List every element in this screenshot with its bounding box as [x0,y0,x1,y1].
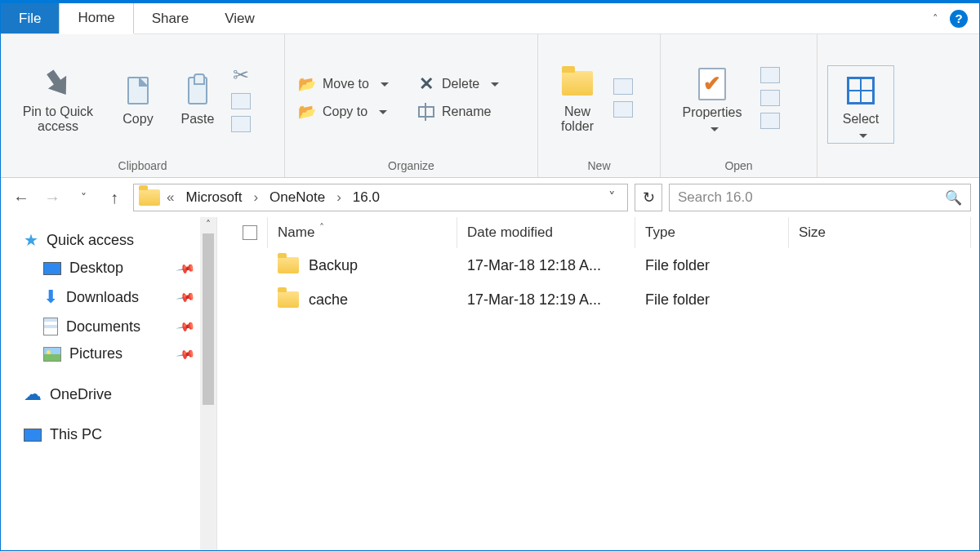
select-all-checkbox[interactable] [232,217,268,248]
move-to-icon: 📂 [298,75,316,93]
refresh-button[interactable]: ↻ [635,184,662,211]
column-type[interactable]: Type [635,217,789,248]
edit-icon[interactable] [760,90,780,106]
sort-indicator-icon: ˄ [319,222,324,233]
cut-icon[interactable]: ✂ [233,64,249,87]
paste-button[interactable]: Paste [169,69,226,127]
easy-access-icon[interactable] [613,101,633,118]
monitor-icon [24,429,42,442]
search-input[interactable]: Search 16.0 🔍 [669,184,971,211]
scroll-thumb[interactable] [203,233,214,405]
search-placeholder: Search 16.0 [678,189,753,206]
chevron-right-icon[interactable]: › [333,189,345,206]
new-folder-button[interactable]: New folder [546,62,608,134]
sidebar-label: OneDrive [50,386,112,403]
group-select-title [817,169,907,177]
address-dropdown-icon[interactable]: ˅ [602,189,622,207]
sidebar-this-pc[interactable]: This PC [24,421,216,448]
file-date: 17-Mar-18 12:19 A... [457,291,635,309]
sidebar-documents[interactable]: Documents📌 [24,313,216,340]
column-date[interactable]: Date modified [457,217,635,248]
sidebar-label: This PC [50,426,102,443]
tab-file[interactable]: File [1,3,59,33]
pin-icon: 📌 [176,316,197,337]
history-icon[interactable] [760,113,780,129]
breadcrumb-seg-2[interactable]: OneNote [265,189,330,206]
file-date: 17-Mar-18 12:18 A... [457,257,635,274]
copy-icon [127,77,149,104]
breadcrumb-seg-3[interactable]: 16.0 [348,189,385,206]
tab-home[interactable]: Home [59,3,133,34]
new-folder-icon [562,71,593,96]
forward-button[interactable]: → [40,185,65,210]
paste-icon [188,77,207,104]
copy-to-button[interactable]: 📂Copy to [293,101,408,122]
folder-icon [278,291,299,308]
column-name[interactable]: Name˄ [268,217,457,248]
copy-path-icon[interactable] [231,93,251,109]
sidebar-pictures[interactable]: Pictures📌 [24,340,216,367]
paste-label: Paste [181,112,215,127]
navigation-pane: ★Quick access Desktop📌 ⬇Downloads📌 Docum… [1,217,216,551]
pin-icon: 📌 [176,287,197,308]
group-organize-title: Organize [285,156,537,177]
sidebar-label: Pictures [69,345,122,362]
address-folder-icon [139,189,160,206]
address-bar[interactable]: « Microsoft › OneNote › 16.0 ˅ [133,184,628,211]
search-icon: 🔍 [945,189,962,207]
file-list: Name˄ Date modified Type Size Backup 17-… [216,217,979,551]
properties-button[interactable]: ✔ Properties [669,63,755,133]
downloads-icon: ⬇ [43,287,58,308]
rename-button[interactable]: Rename [412,101,527,122]
move-to-button[interactable]: 📂Move to [293,73,408,95]
sidebar-downloads[interactable]: ⬇Downloads📌 [24,282,216,313]
select-button[interactable]: Select [830,69,892,140]
pin-icon: 📌 [176,344,197,365]
tab-view[interactable]: View [207,3,273,33]
sidebar-quick-access[interactable]: ★Quick access [24,225,216,255]
table-row[interactable]: Backup 17-Mar-18 12:18 A... File folder [232,248,971,282]
table-row[interactable]: cache 17-Mar-18 12:19 A... File folder [232,282,971,317]
select-label: Select [843,112,879,127]
pin-quick-access-button[interactable]: Pin to Quick access [9,62,107,134]
properties-icon: ✔ [698,68,726,100]
new-item-icon[interactable] [613,78,633,95]
breadcrumb-seg-1[interactable]: Microsoft [180,189,247,206]
column-headers: Name˄ Date modified Type Size [232,217,971,248]
group-open-title: Open [661,156,817,177]
copy-label: Copy [122,112,153,127]
copy-button[interactable]: Copy [112,69,164,127]
copy-to-icon: 📂 [298,103,316,121]
tab-share[interactable]: Share [134,3,207,33]
up-button[interactable]: ↑ [102,185,127,210]
group-new-title: New [538,156,660,177]
group-clipboard-title: Clipboard [1,156,284,177]
delete-icon: ✕ [417,75,435,93]
ribbon-tabs: File Home Share View ˄ ? [1,3,979,34]
back-button[interactable]: ← [9,185,33,210]
column-size[interactable]: Size [789,217,971,248]
sidebar-label: Documents [66,318,140,335]
open-icon[interactable] [760,67,780,83]
rename-icon [417,103,435,121]
scroll-up-icon[interactable]: ˄ [206,217,211,232]
folder-icon [278,257,299,273]
recent-locations-button[interactable]: ˅ [71,185,96,210]
documents-icon [43,318,58,335]
collapse-ribbon-icon[interactable]: ˄ [933,12,938,24]
help-icon[interactable]: ? [950,10,968,28]
pin-icon: 📌 [176,258,197,279]
delete-button[interactable]: ✕Delete [412,73,527,95]
sidebar-label: Desktop [69,260,123,277]
move-to-label: Move to [323,77,369,91]
sidebar-desktop[interactable]: Desktop📌 [24,255,216,282]
sidebar-onedrive[interactable]: ☁OneDrive [24,379,216,410]
chevron-right-icon[interactable]: › [250,189,261,206]
sidebar-label: Downloads [66,289,139,306]
breadcrumb-overflow[interactable]: « [163,189,177,206]
ribbon: Pin to Quick access Copy Paste ✂ Clipboa… [1,34,979,178]
paste-shortcut-icon[interactable] [231,116,251,132]
file-type: File folder [635,257,789,274]
pin-quick-access-label: Pin to Quick access [9,104,107,134]
sidebar-scrollbar[interactable]: ˄ [200,217,216,551]
